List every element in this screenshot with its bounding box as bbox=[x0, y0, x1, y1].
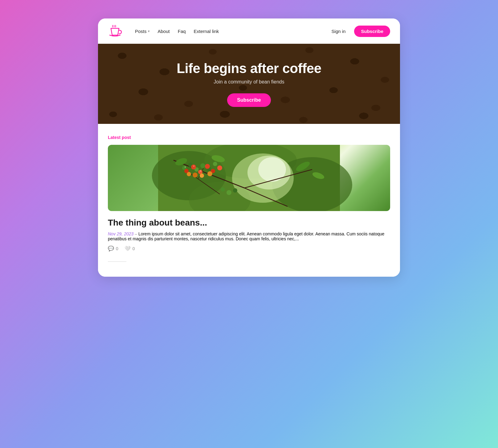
svg-point-29 bbox=[221, 187, 225, 192]
heart-icon: 🤍 bbox=[124, 246, 131, 251]
nav-posts[interactable]: Posts ▾ bbox=[132, 27, 153, 36]
svg-point-34 bbox=[200, 170, 201, 172]
svg-point-24 bbox=[217, 165, 222, 170]
hero-title: Life begins after coffee bbox=[177, 61, 321, 76]
sign-in-button[interactable]: Sign in bbox=[328, 26, 349, 36]
post-date: Nov 29, 2023 bbox=[108, 231, 133, 236]
nav-right: Sign in Subscribe bbox=[328, 26, 390, 37]
post-dash: – bbox=[135, 231, 138, 236]
svg-point-27 bbox=[200, 173, 204, 178]
svg-point-20 bbox=[191, 165, 196, 169]
svg-point-22 bbox=[205, 164, 210, 169]
main-content: Latest post bbox=[98, 124, 400, 277]
svg-point-31 bbox=[233, 188, 237, 193]
svg-point-30 bbox=[227, 190, 231, 195]
svg-point-28 bbox=[207, 171, 212, 176]
nav-about[interactable]: About bbox=[155, 27, 173, 36]
likes-count: 0 bbox=[133, 246, 135, 251]
svg-point-32 bbox=[185, 166, 186, 168]
svg-point-25 bbox=[187, 172, 191, 176]
section-label: Latest post bbox=[108, 135, 390, 140]
logo[interactable] bbox=[108, 24, 122, 38]
hero-subtitle: Join a community of bean fiends bbox=[177, 79, 321, 85]
post-image[interactable] bbox=[108, 145, 390, 211]
svg-point-33 bbox=[193, 165, 194, 167]
navbar: Posts ▾ About Faq External link Sign in … bbox=[98, 18, 400, 44]
chevron-down-icon: ▾ bbox=[148, 29, 150, 33]
nav-links: Posts ▾ About Faq External link bbox=[132, 27, 320, 36]
post-image-svg bbox=[108, 145, 390, 211]
post-actions: 💬 0 🤍 0 bbox=[108, 246, 390, 251]
hero-content: Life begins after coffee Join a communit… bbox=[177, 61, 321, 107]
divider bbox=[108, 261, 126, 262]
likes-action[interactable]: 🤍 0 bbox=[124, 246, 135, 251]
subscribe-button-nav[interactable]: Subscribe bbox=[354, 26, 390, 37]
svg-point-21 bbox=[198, 170, 202, 174]
post-title[interactable]: The thing about beans... bbox=[108, 218, 390, 228]
hero-section: Life begins after coffee Join a communit… bbox=[98, 44, 400, 124]
svg-point-26 bbox=[193, 173, 198, 177]
nav-faq[interactable]: Faq bbox=[175, 27, 189, 36]
comments-action[interactable]: 💬 0 bbox=[108, 246, 118, 251]
subscribe-button-hero[interactable]: Subscribe bbox=[227, 93, 271, 107]
comments-count: 0 bbox=[116, 246, 118, 251]
svg-point-18 bbox=[213, 162, 217, 166]
post-excerpt-inline: Lorem ipsum dolor sit amet, consectetuer… bbox=[108, 231, 384, 241]
logo-icon bbox=[108, 24, 122, 38]
svg-point-16 bbox=[200, 163, 205, 168]
main-card: Posts ▾ About Faq External link Sign in … bbox=[98, 18, 400, 277]
comment-icon: 💬 bbox=[108, 246, 114, 251]
post-meta: Nov 29, 2023 – Lorem ipsum dolor sit ame… bbox=[108, 231, 390, 241]
nav-external-link[interactable]: External link bbox=[191, 27, 222, 36]
